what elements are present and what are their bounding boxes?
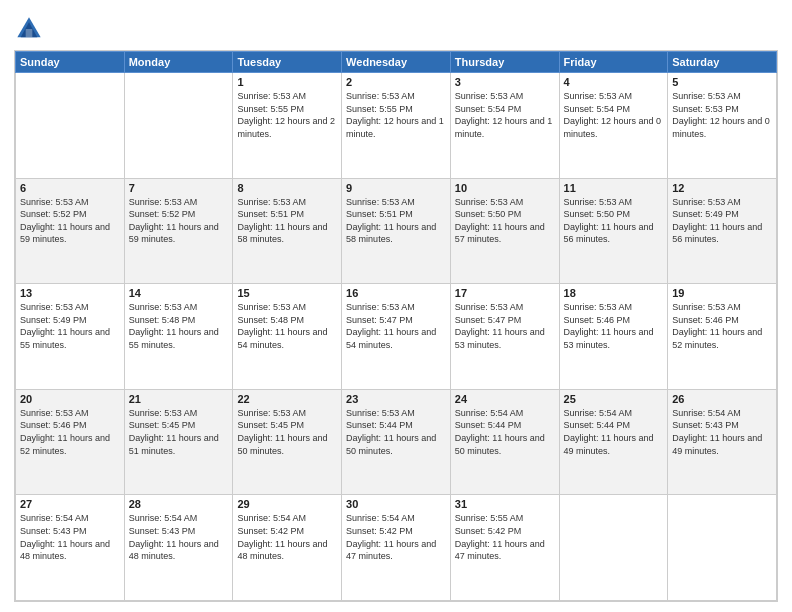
day-number: 6 — [20, 182, 120, 194]
day-number: 17 — [455, 287, 555, 299]
calendar-cell: 20Sunrise: 5:53 AM Sunset: 5:46 PM Dayli… — [16, 389, 125, 495]
day-number: 22 — [237, 393, 337, 405]
day-info: Sunrise: 5:54 AM Sunset: 5:44 PM Dayligh… — [455, 407, 555, 457]
calendar-cell: 2Sunrise: 5:53 AM Sunset: 5:55 PM Daylig… — [342, 73, 451, 179]
day-info: Sunrise: 5:53 AM Sunset: 5:53 PM Dayligh… — [672, 90, 772, 140]
calendar-cell: 30Sunrise: 5:54 AM Sunset: 5:42 PM Dayli… — [342, 495, 451, 601]
calendar-cell: 27Sunrise: 5:54 AM Sunset: 5:43 PM Dayli… — [16, 495, 125, 601]
calendar-header: SundayMondayTuesdayWednesdayThursdayFrid… — [16, 52, 777, 73]
day-number: 19 — [672, 287, 772, 299]
day-number: 30 — [346, 498, 446, 510]
day-info: Sunrise: 5:53 AM Sunset: 5:55 PM Dayligh… — [346, 90, 446, 140]
day-number: 27 — [20, 498, 120, 510]
calendar-cell: 5Sunrise: 5:53 AM Sunset: 5:53 PM Daylig… — [668, 73, 777, 179]
calendar-cell: 21Sunrise: 5:53 AM Sunset: 5:45 PM Dayli… — [124, 389, 233, 495]
calendar-cell: 7Sunrise: 5:53 AM Sunset: 5:52 PM Daylig… — [124, 178, 233, 284]
day-info: Sunrise: 5:53 AM Sunset: 5:54 PM Dayligh… — [455, 90, 555, 140]
day-info: Sunrise: 5:54 AM Sunset: 5:43 PM Dayligh… — [672, 407, 772, 457]
calendar-week-4: 20Sunrise: 5:53 AM Sunset: 5:46 PM Dayli… — [16, 389, 777, 495]
day-number: 8 — [237, 182, 337, 194]
day-number: 12 — [672, 182, 772, 194]
logo-icon — [14, 14, 44, 44]
day-info: Sunrise: 5:53 AM Sunset: 5:52 PM Dayligh… — [129, 196, 229, 246]
day-info: Sunrise: 5:54 AM Sunset: 5:42 PM Dayligh… — [237, 512, 337, 562]
day-info: Sunrise: 5:53 AM Sunset: 5:44 PM Dayligh… — [346, 407, 446, 457]
svg-rect-2 — [26, 29, 33, 37]
calendar-body: 1Sunrise: 5:53 AM Sunset: 5:55 PM Daylig… — [16, 73, 777, 601]
calendar-cell: 13Sunrise: 5:53 AM Sunset: 5:49 PM Dayli… — [16, 284, 125, 390]
weekday-header-friday: Friday — [559, 52, 668, 73]
calendar-cell: 25Sunrise: 5:54 AM Sunset: 5:44 PM Dayli… — [559, 389, 668, 495]
day-number: 26 — [672, 393, 772, 405]
weekday-header-sunday: Sunday — [16, 52, 125, 73]
calendar-cell: 23Sunrise: 5:53 AM Sunset: 5:44 PM Dayli… — [342, 389, 451, 495]
day-number: 11 — [564, 182, 664, 194]
day-number: 4 — [564, 76, 664, 88]
day-number: 28 — [129, 498, 229, 510]
day-info: Sunrise: 5:53 AM Sunset: 5:51 PM Dayligh… — [346, 196, 446, 246]
day-number: 5 — [672, 76, 772, 88]
day-info: Sunrise: 5:55 AM Sunset: 5:42 PM Dayligh… — [455, 512, 555, 562]
day-number: 23 — [346, 393, 446, 405]
calendar-cell — [668, 495, 777, 601]
day-number: 25 — [564, 393, 664, 405]
day-info: Sunrise: 5:53 AM Sunset: 5:45 PM Dayligh… — [129, 407, 229, 457]
calendar-week-3: 13Sunrise: 5:53 AM Sunset: 5:49 PM Dayli… — [16, 284, 777, 390]
day-info: Sunrise: 5:53 AM Sunset: 5:51 PM Dayligh… — [237, 196, 337, 246]
calendar-cell: 29Sunrise: 5:54 AM Sunset: 5:42 PM Dayli… — [233, 495, 342, 601]
calendar-cell: 22Sunrise: 5:53 AM Sunset: 5:45 PM Dayli… — [233, 389, 342, 495]
weekday-header-thursday: Thursday — [450, 52, 559, 73]
day-number: 21 — [129, 393, 229, 405]
day-number: 13 — [20, 287, 120, 299]
day-number: 18 — [564, 287, 664, 299]
day-number: 16 — [346, 287, 446, 299]
calendar-cell: 10Sunrise: 5:53 AM Sunset: 5:50 PM Dayli… — [450, 178, 559, 284]
header — [14, 10, 778, 44]
day-info: Sunrise: 5:53 AM Sunset: 5:50 PM Dayligh… — [564, 196, 664, 246]
calendar-cell: 24Sunrise: 5:54 AM Sunset: 5:44 PM Dayli… — [450, 389, 559, 495]
day-info: Sunrise: 5:53 AM Sunset: 5:50 PM Dayligh… — [455, 196, 555, 246]
calendar-cell: 4Sunrise: 5:53 AM Sunset: 5:54 PM Daylig… — [559, 73, 668, 179]
calendar-cell: 17Sunrise: 5:53 AM Sunset: 5:47 PM Dayli… — [450, 284, 559, 390]
calendar-cell: 26Sunrise: 5:54 AM Sunset: 5:43 PM Dayli… — [668, 389, 777, 495]
day-info: Sunrise: 5:53 AM Sunset: 5:52 PM Dayligh… — [20, 196, 120, 246]
day-number: 20 — [20, 393, 120, 405]
day-number: 15 — [237, 287, 337, 299]
day-info: Sunrise: 5:53 AM Sunset: 5:54 PM Dayligh… — [564, 90, 664, 140]
logo — [14, 14, 48, 44]
calendar-cell: 19Sunrise: 5:53 AM Sunset: 5:46 PM Dayli… — [668, 284, 777, 390]
day-info: Sunrise: 5:54 AM Sunset: 5:43 PM Dayligh… — [129, 512, 229, 562]
day-info: Sunrise: 5:53 AM Sunset: 5:48 PM Dayligh… — [129, 301, 229, 351]
calendar-cell: 12Sunrise: 5:53 AM Sunset: 5:49 PM Dayli… — [668, 178, 777, 284]
calendar-cell — [16, 73, 125, 179]
day-info: Sunrise: 5:54 AM Sunset: 5:44 PM Dayligh… — [564, 407, 664, 457]
day-number: 3 — [455, 76, 555, 88]
day-info: Sunrise: 5:53 AM Sunset: 5:47 PM Dayligh… — [455, 301, 555, 351]
day-info: Sunrise: 5:53 AM Sunset: 5:46 PM Dayligh… — [672, 301, 772, 351]
day-info: Sunrise: 5:54 AM Sunset: 5:43 PM Dayligh… — [20, 512, 120, 562]
day-info: Sunrise: 5:53 AM Sunset: 5:46 PM Dayligh… — [564, 301, 664, 351]
weekday-header-monday: Monday — [124, 52, 233, 73]
calendar-week-5: 27Sunrise: 5:54 AM Sunset: 5:43 PM Dayli… — [16, 495, 777, 601]
day-info: Sunrise: 5:53 AM Sunset: 5:47 PM Dayligh… — [346, 301, 446, 351]
calendar-cell: 3Sunrise: 5:53 AM Sunset: 5:54 PM Daylig… — [450, 73, 559, 179]
day-number: 31 — [455, 498, 555, 510]
weekday-header-tuesday: Tuesday — [233, 52, 342, 73]
day-number: 1 — [237, 76, 337, 88]
day-info: Sunrise: 5:53 AM Sunset: 5:48 PM Dayligh… — [237, 301, 337, 351]
header-row: SundayMondayTuesdayWednesdayThursdayFrid… — [16, 52, 777, 73]
calendar: SundayMondayTuesdayWednesdayThursdayFrid… — [14, 50, 778, 602]
day-number: 10 — [455, 182, 555, 194]
calendar-cell: 6Sunrise: 5:53 AM Sunset: 5:52 PM Daylig… — [16, 178, 125, 284]
calendar-week-2: 6Sunrise: 5:53 AM Sunset: 5:52 PM Daylig… — [16, 178, 777, 284]
calendar-cell: 1Sunrise: 5:53 AM Sunset: 5:55 PM Daylig… — [233, 73, 342, 179]
day-info: Sunrise: 5:53 AM Sunset: 5:49 PM Dayligh… — [672, 196, 772, 246]
calendar-week-1: 1Sunrise: 5:53 AM Sunset: 5:55 PM Daylig… — [16, 73, 777, 179]
day-info: Sunrise: 5:53 AM Sunset: 5:49 PM Dayligh… — [20, 301, 120, 351]
calendar-cell — [124, 73, 233, 179]
weekday-header-wednesday: Wednesday — [342, 52, 451, 73]
day-info: Sunrise: 5:53 AM Sunset: 5:55 PM Dayligh… — [237, 90, 337, 140]
calendar-cell: 11Sunrise: 5:53 AM Sunset: 5:50 PM Dayli… — [559, 178, 668, 284]
day-number: 29 — [237, 498, 337, 510]
day-info: Sunrise: 5:53 AM Sunset: 5:45 PM Dayligh… — [237, 407, 337, 457]
